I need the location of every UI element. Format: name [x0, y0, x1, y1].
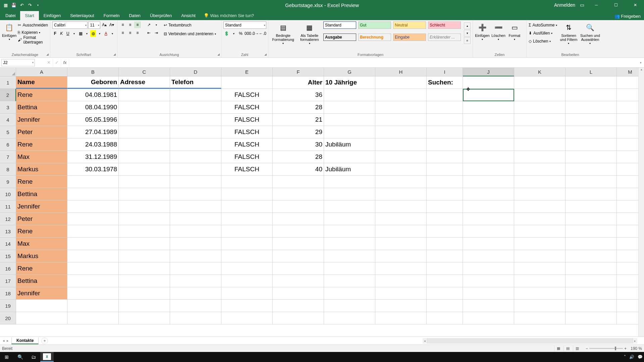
- cell-K16[interactable]: [514, 262, 566, 275]
- cell-L17[interactable]: [566, 275, 617, 287]
- cell-L14[interactable]: [566, 238, 617, 250]
- column-header-F[interactable]: F: [273, 68, 324, 76]
- zoom-slider[interactable]: [589, 348, 623, 349]
- cell-L3[interactable]: [566, 101, 617, 114]
- cell-E4[interactable]: FALSCH: [221, 114, 273, 126]
- cell-E9[interactable]: [221, 176, 273, 188]
- cell-H2[interactable]: [375, 89, 427, 101]
- style-eingabe[interactable]: Eingabe: [393, 34, 426, 41]
- row-header-11[interactable]: 11: [0, 200, 16, 213]
- cell-C4[interactable]: [119, 114, 170, 126]
- cell-B6[interactable]: 24.03.1988: [67, 138, 119, 151]
- cell-H5[interactable]: [375, 126, 427, 138]
- cell-I19[interactable]: [427, 300, 463, 312]
- cell-D10[interactable]: [170, 188, 221, 200]
- cell-E19[interactable]: [221, 300, 273, 312]
- cell-I16[interactable]: [427, 262, 463, 275]
- fontcolor-dropdown-icon[interactable]: ▾: [109, 30, 115, 37]
- spreadsheet-grid[interactable]: ABCDEFGHIJKLM1NameGeborenAdresseTelefonA…: [0, 68, 644, 337]
- cell-I6[interactable]: [427, 138, 463, 151]
- font-size-combo[interactable]: 11▾: [88, 21, 100, 29]
- cell-G8[interactable]: Jubiläum: [324, 163, 375, 176]
- cell-F14[interactable]: [273, 238, 324, 250]
- cell-E18[interactable]: [221, 287, 273, 300]
- cell-F9[interactable]: [273, 176, 324, 188]
- column-header-L[interactable]: L: [566, 68, 617, 76]
- cell-J8[interactable]: [463, 163, 514, 176]
- row-header-4[interactable]: 4: [0, 114, 16, 126]
- zoom-in-icon[interactable]: +: [624, 346, 627, 351]
- cell-H7[interactable]: [375, 151, 427, 163]
- cell-L4[interactable]: [566, 114, 617, 126]
- row-header-5[interactable]: 5: [0, 126, 16, 138]
- cell-K13[interactable]: [514, 225, 566, 238]
- cell-C14[interactable]: [119, 238, 170, 250]
- cell-G10[interactable]: [324, 188, 375, 200]
- grow-font-icon[interactable]: A▴: [101, 21, 108, 28]
- align-center-icon[interactable]: ≡: [127, 29, 133, 36]
- cell-I17[interactable]: [427, 275, 463, 287]
- accounting-format-icon[interactable]: 💲: [223, 30, 230, 37]
- cell-J5[interactable]: [463, 126, 514, 138]
- cell-L16[interactable]: [566, 262, 617, 275]
- cell-F7[interactable]: 28: [273, 151, 324, 163]
- cell-E11[interactable]: [221, 200, 273, 213]
- normal-view-icon[interactable]: ▦: [554, 346, 563, 352]
- cell-G17[interactable]: [324, 275, 375, 287]
- style-erklarend[interactable]: Erklärender ...: [428, 34, 461, 41]
- cell-I10[interactable]: [427, 188, 463, 200]
- cell-G13[interactable]: [324, 225, 375, 238]
- cell-L15[interactable]: [566, 250, 617, 262]
- border-dropdown-icon[interactable]: ▾: [84, 30, 90, 37]
- cell-K15[interactable]: [514, 250, 566, 262]
- tab-view[interactable]: Ansicht: [176, 11, 200, 20]
- cell-G3[interactable]: [324, 101, 375, 114]
- cell-C15[interactable]: [119, 250, 170, 262]
- cell-F17[interactable]: [273, 275, 324, 287]
- row-header-10[interactable]: 10: [0, 188, 16, 200]
- paste-button[interactable]: 📋 Einfügen ▾: [2, 21, 16, 44]
- cell-A13[interactable]: Rene: [16, 225, 67, 238]
- enter-formula-icon[interactable]: ✓: [53, 59, 61, 66]
- tab-formulas[interactable]: Formeln: [99, 11, 124, 20]
- cell-E15[interactable]: [221, 250, 273, 262]
- cell-J9[interactable]: [463, 176, 514, 188]
- cell-F18[interactable]: [273, 287, 324, 300]
- fill-color-icon[interactable]: ◍: [90, 30, 96, 37]
- cell-H12[interactable]: [375, 213, 427, 225]
- cell-J1[interactable]: [463, 76, 514, 89]
- cell-H10[interactable]: [375, 188, 427, 200]
- cell-G2[interactable]: [324, 89, 375, 101]
- cell-F4[interactable]: 21: [273, 114, 324, 126]
- cell-J3[interactable]: [463, 101, 514, 114]
- increase-indent-icon[interactable]: ⇥: [153, 29, 160, 36]
- cell-G4[interactable]: [324, 114, 375, 126]
- cell-K17[interactable]: [514, 275, 566, 287]
- maximize-icon[interactable]: ☐: [608, 0, 623, 10]
- conditional-formatting-button[interactable]: ▤ Bedingte Formatierung▾: [270, 21, 296, 45]
- horizontal-scrollbar[interactable]: ◂ ▸: [423, 338, 637, 344]
- cancel-formula-icon[interactable]: ✕: [45, 59, 53, 66]
- cell-K11[interactable]: [514, 200, 566, 213]
- taskbar-excel-icon[interactable]: X: [40, 352, 54, 362]
- tray-notification-icon[interactable]: 💬: [638, 355, 643, 359]
- cell-K4[interactable]: [514, 114, 566, 126]
- styles-scroll-down-icon[interactable]: ▾: [464, 30, 471, 37]
- cell-K5[interactable]: [514, 126, 566, 138]
- cell-B8[interactable]: 30.03.1978: [67, 163, 119, 176]
- share-button[interactable]: 👥 Freigeben: [614, 14, 641, 20]
- cell-F3[interactable]: 28: [273, 101, 324, 114]
- cell-E16[interactable]: [221, 262, 273, 275]
- cell-H17[interactable]: [375, 275, 427, 287]
- zoom-out-icon[interactable]: −: [586, 346, 588, 351]
- cell-I11[interactable]: [427, 200, 463, 213]
- cell-I3[interactable]: [427, 101, 463, 114]
- cell-L13[interactable]: [566, 225, 617, 238]
- cell-A3[interactable]: Bettina: [16, 101, 67, 114]
- cell-C19[interactable]: [119, 300, 170, 312]
- cell-G14[interactable]: [324, 238, 375, 250]
- column-header-A[interactable]: A: [16, 68, 67, 76]
- cell-J15[interactable]: [463, 250, 514, 262]
- fill-button[interactable]: ⬇Ausfüllen▾: [529, 29, 557, 37]
- cell-L2[interactable]: [566, 89, 617, 101]
